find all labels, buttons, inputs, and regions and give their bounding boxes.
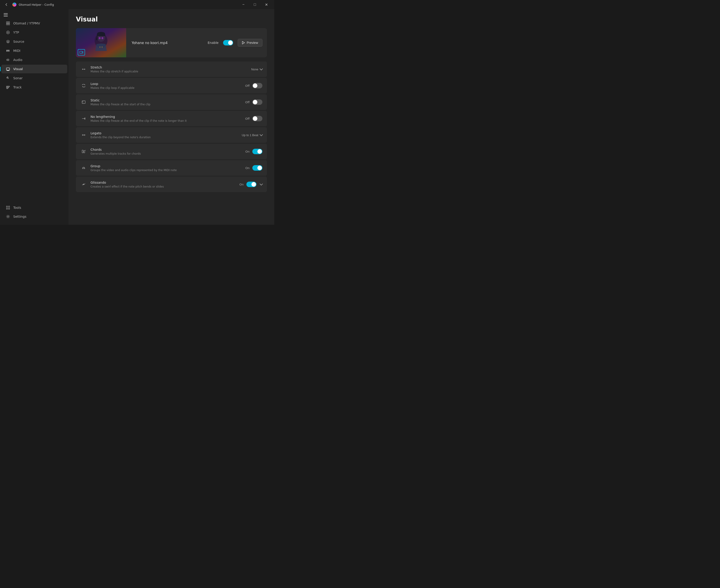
- tools-icon: [6, 206, 10, 210]
- app-body: Otomad / YTPMV YTP: [0, 9, 274, 225]
- chords-toggle[interactable]: [252, 149, 262, 154]
- setting-desc: Extends the clip beyond the note's durat…: [90, 136, 242, 139]
- enable-toggle[interactable]: [223, 40, 233, 45]
- svg-rect-7: [9, 50, 9, 51]
- svg-rect-13: [6, 87, 9, 88]
- back-button[interactable]: [3, 1, 10, 8]
- title-bar-left: Otomad Helper - Config: [3, 1, 54, 8]
- setting-row: Stretch Makes the clip stretch if applic…: [76, 61, 267, 77]
- setting-text: Chords Generates multiple tracks for cho…: [90, 148, 246, 155]
- svg-rect-16: [6, 208, 7, 209]
- static-toggle[interactable]: [252, 99, 262, 105]
- svg-point-19: [7, 216, 9, 217]
- sidebar-item-label: Audio: [13, 58, 22, 62]
- svg-point-11: [7, 78, 8, 79]
- close-button[interactable]: ✕: [261, 1, 271, 8]
- title-bar: Otomad Helper - Config − □ ✕: [0, 0, 274, 9]
- setting-row: No lengthening Makes the clip freeze at …: [76, 111, 267, 126]
- svg-rect-0: [6, 22, 8, 23]
- group-value-label: On: [246, 166, 250, 170]
- toggle-knob: [258, 149, 262, 154]
- group-toggle[interactable]: [252, 165, 262, 171]
- setting-control: Off: [245, 83, 262, 88]
- main-content: Visual: [68, 9, 274, 225]
- setting-text: Legato Extends the clip beyond the note'…: [90, 131, 242, 139]
- sidebar-nav: Otomad / YTPMV YTP: [0, 19, 68, 223]
- sidebar-item-audio[interactable]: Audio: [1, 56, 67, 64]
- setting-control: On: [240, 182, 262, 187]
- sidebar-item-label: YTP: [13, 30, 19, 34]
- grid-icon: [6, 21, 10, 25]
- setting-text: Static Makes the clip freeze at the star…: [90, 99, 245, 106]
- sidebar-item-tools[interactable]: Tools: [1, 203, 67, 212]
- glissando-dropdown[interactable]: [260, 183, 262, 186]
- svg-point-33: [83, 168, 83, 169]
- sidebar-item-otomad[interactable]: Otomad / YTPMV: [1, 19, 67, 28]
- setting-row: Static Makes the clip freeze at the star…: [76, 94, 267, 110]
- svg-rect-3: [8, 23, 9, 25]
- page-title: Visual: [76, 16, 267, 23]
- sidebar-item-label: Visual: [13, 67, 23, 71]
- setting-text: Group Groups the video and audio clips r…: [90, 164, 246, 172]
- window-controls: − □ ✕: [238, 1, 271, 8]
- setting-text: No lengthening Makes the clip freeze at …: [90, 115, 245, 122]
- setting-control: On: [246, 149, 262, 154]
- loop-toggle[interactable]: [252, 83, 262, 88]
- svg-point-34: [84, 168, 85, 169]
- setting-text: Glissando Creates a swirl effect if the …: [90, 181, 240, 188]
- setting-control: On: [246, 165, 262, 171]
- loop-icon: [80, 82, 87, 89]
- svg-point-28: [82, 134, 83, 135]
- play-icon: [242, 41, 245, 44]
- video-info: Yohane no koori.mp4: [126, 41, 203, 45]
- video-card: Yohane no koori.mp4 Enable Preview: [76, 28, 267, 57]
- sidebar-item-ytp[interactable]: YTP: [1, 28, 67, 37]
- setting-name: Chords: [90, 148, 246, 151]
- sonar-icon: [6, 76, 10, 80]
- sidebar-item-label: Sonar: [13, 76, 23, 80]
- track-icon: [6, 85, 10, 89]
- svg-rect-9: [8, 50, 9, 51]
- no-lengthening-toggle[interactable]: [252, 116, 262, 121]
- no-lengthening-icon: [80, 115, 87, 122]
- legato-dropdown[interactable]: Up to 1 Beat: [242, 132, 262, 138]
- svg-rect-10: [6, 68, 9, 70]
- settings-list: Stretch Makes the clip stretch if applic…: [76, 61, 267, 193]
- svg-rect-1: [8, 22, 9, 23]
- midi-icon: [6, 49, 10, 53]
- sidebar-item-source[interactable]: Source: [1, 37, 67, 46]
- svg-rect-2: [6, 23, 8, 25]
- svg-rect-12: [6, 86, 9, 87]
- audio-icon: [6, 58, 10, 62]
- setting-name: Loop: [90, 82, 245, 86]
- hamburger-button[interactable]: [0, 11, 68, 19]
- svg-rect-15: [6, 206, 7, 207]
- setting-control: Off: [245, 99, 262, 105]
- glissando-toggle[interactable]: [246, 182, 256, 187]
- stretch-dropdown[interactable]: None: [251, 67, 262, 72]
- minimize-button[interactable]: −: [238, 1, 249, 8]
- maximize-button[interactable]: □: [250, 1, 260, 8]
- setting-desc: Makes the clip stretch if applicable: [90, 70, 251, 73]
- sidebar-item-midi[interactable]: MIDI: [1, 46, 67, 55]
- sidebar-item-track[interactable]: Track: [1, 83, 67, 91]
- layers-icon: [6, 40, 10, 44]
- sidebar-item-sonar[interactable]: Sonar: [1, 74, 67, 82]
- loop-value-label: Off: [245, 84, 250, 87]
- setting-control: Off: [245, 116, 262, 121]
- stretch-icon: [80, 66, 87, 72]
- setting-row: Legato Extends the clip beyond the note'…: [76, 127, 267, 143]
- svg-point-29: [84, 134, 85, 135]
- glissando-value-label: On: [240, 183, 244, 186]
- enable-label: Enable: [208, 41, 219, 45]
- chevron-down-icon: [260, 133, 263, 136]
- setting-row: Chords Generates multiple tracks for cho…: [76, 144, 267, 159]
- nav-bottom: Tools Settings: [0, 203, 68, 223]
- sidebar-item-settings[interactable]: Settings: [1, 212, 67, 221]
- sidebar-item-visual[interactable]: Visual: [1, 65, 67, 73]
- preview-button[interactable]: Preview: [238, 39, 262, 47]
- setting-row: Group Groups the video and audio clips r…: [76, 160, 267, 176]
- svg-rect-31: [84, 151, 85, 153]
- svg-point-23: [99, 37, 101, 39]
- setting-desc: Creates a swirl effect if the note pitch…: [90, 185, 240, 188]
